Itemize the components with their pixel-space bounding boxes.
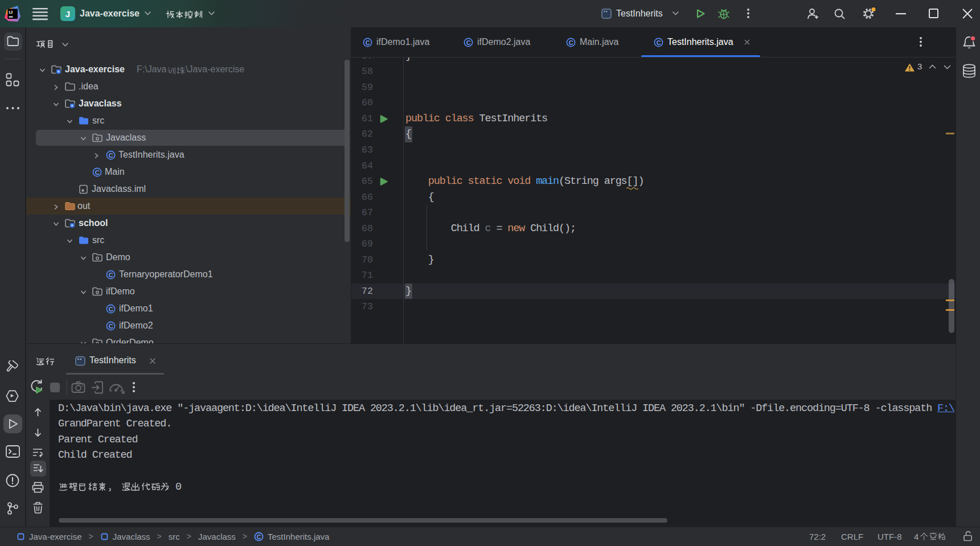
svg-text:C: C	[466, 39, 471, 46]
svg-text:C: C	[109, 272, 113, 278]
svg-text:C: C	[569, 39, 573, 46]
svg-text:IJ: IJ	[9, 10, 13, 15]
svg-text:C: C	[109, 306, 113, 313]
svg-text:C: C	[95, 169, 100, 176]
svg-text:C: C	[257, 533, 261, 540]
svg-text:C: C	[109, 152, 113, 159]
svg-text:C: C	[109, 323, 113, 330]
svg-text:C: C	[366, 39, 370, 46]
svg-text:C: C	[657, 39, 661, 46]
